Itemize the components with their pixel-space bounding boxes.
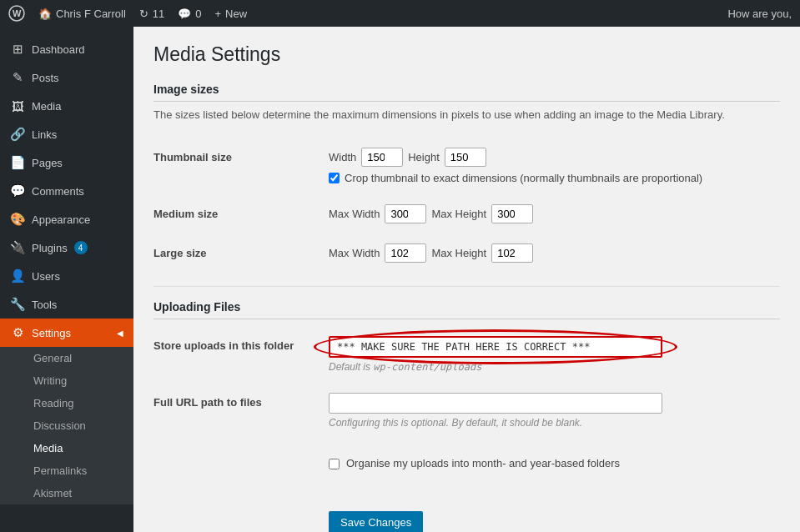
store-label: Store uploads in this folder: [153, 326, 329, 383]
medium-maxheight-label: Max Height: [431, 208, 486, 220]
sidebar-label-plugins: Plugins: [32, 242, 68, 254]
submenu-akismet[interactable]: Akismet: [0, 482, 133, 504]
full-url-label: Full URL path to files: [153, 383, 329, 439]
submenu-discussion[interactable]: Discussion: [0, 414, 133, 437]
sidebar-item-plugins[interactable]: 🔌 Plugins 4: [0, 233, 133, 262]
page-title: Media Settings: [153, 43, 780, 66]
pages-icon: 📄: [10, 155, 25, 170]
sidebar-label-posts: Posts: [32, 72, 59, 84]
sidebar-label-comments: Comments: [32, 185, 84, 198]
submenu-writing[interactable]: Writing: [0, 369, 133, 392]
sidebar-label-links: Links: [32, 128, 57, 141]
wp-logo-link[interactable]: W: [8, 5, 25, 22]
settings-submenu: General Writing Reading Discussion Media…: [0, 347, 133, 504]
organise-label: Organise my uploads into month- and year…: [346, 457, 620, 469]
greeting-text: How are you,: [727, 8, 792, 20]
crop-checkbox[interactable]: [329, 173, 340, 183]
site-name: Chris F Carroll: [56, 8, 126, 20]
submenu-reading[interactable]: Reading: [0, 392, 133, 414]
sidebar-item-links[interactable]: 🔗 Links: [0, 120, 133, 148]
store-input-wrapper: [329, 336, 662, 358]
new-content-link[interactable]: + New: [215, 8, 248, 20]
sidebar-item-users[interactable]: 👤 Users: [0, 262, 133, 290]
save-button[interactable]: Save Changes: [329, 511, 423, 532]
image-sizes-description: The sizes listed below determine the max…: [153, 108, 780, 121]
sidebar-item-media[interactable]: 🖼 Media: [0, 92, 133, 120]
section-divider: [153, 286, 780, 287]
home-icon: 🏠: [38, 8, 52, 20]
medium-maxwidth-label: Max Width: [329, 208, 380, 220]
comments-count: 0: [195, 8, 201, 20]
sidebar-item-posts[interactable]: ✎ Posts: [0, 63, 133, 92]
sidebar: ⊞ Dashboard ✎ Posts 🖼 Media 🔗 Links 📄 Pa…: [0, 27, 133, 532]
image-sizes-heading: Image sizes: [153, 83, 780, 102]
full-url-input[interactable]: [329, 393, 662, 414]
settings-table: Thumbnail size Width Height Crop thumbna…: [153, 138, 780, 273]
dashboard-icon: ⊞: [10, 42, 25, 57]
store-uploads-row: Store uploads in this folder Default is …: [153, 326, 780, 383]
sidebar-item-comments[interactable]: 💬 Comments: [0, 177, 133, 205]
organise-row: Organise my uploads into month- and year…: [153, 439, 780, 488]
thumbnail-label: Thumbnail size: [153, 138, 329, 194]
links-icon: 🔗: [10, 127, 25, 142]
plugins-icon: 🔌: [10, 240, 25, 255]
posts-icon: ✎: [10, 70, 25, 85]
svg-text:W: W: [13, 8, 22, 18]
settings-arrow-icon: ◀: [117, 329, 123, 338]
medium-row: Medium size Max Width Max Height: [153, 194, 780, 233]
save-th: [153, 488, 329, 532]
updates-count: 11: [153, 8, 164, 20]
thumbnail-width-input[interactable]: [361, 148, 403, 167]
settings-icon: ⚙: [10, 325, 25, 340]
comments-link[interactable]: 💬 0: [178, 8, 201, 20]
submenu-media[interactable]: Media: [0, 437, 133, 459]
site-name-link[interactable]: 🏠 Chris F Carroll: [38, 8, 126, 20]
thumbnail-height-label: Height: [408, 151, 440, 163]
crop-label: Crop thumbnail to exact dimensions (norm…: [345, 172, 702, 184]
sidebar-label-settings: Settings: [32, 327, 71, 339]
large-maxheight-input[interactable]: [491, 243, 533, 263]
sidebar-item-appearance[interactable]: 🎨 Appearance: [0, 205, 133, 233]
medium-label: Medium size: [153, 194, 329, 233]
large-label: Large size: [153, 233, 329, 273]
uploading-table: Store uploads in this folder Default is …: [153, 326, 780, 532]
large-inputs: Max Width Max Height: [329, 233, 780, 273]
uploading-heading: Uploading Files: [153, 300, 780, 319]
comments-icon: 💬: [178, 8, 191, 20]
large-maxwidth-input[interactable]: [385, 243, 426, 263]
sidebar-item-dashboard[interactable]: ⊞ Dashboard: [0, 35, 133, 63]
thumbnail-inputs: Width Height Crop thumbnail to exact dim…: [329, 138, 780, 194]
media-icon: 🖼: [10, 98, 25, 113]
plugins-badge: 4: [74, 241, 88, 254]
large-row: Large size Max Width Max Height: [153, 233, 780, 273]
full-url-row: Full URL path to files Configuring this …: [153, 383, 780, 439]
sidebar-label-pages: Pages: [32, 157, 63, 169]
sidebar-item-pages[interactable]: 📄 Pages: [0, 148, 133, 177]
medium-maxwidth-input[interactable]: [385, 204, 426, 223]
main-content: Media Settings Image sizes The sizes lis…: [133, 27, 800, 532]
updates-link[interactable]: ↻ 11: [139, 8, 164, 20]
sidebar-item-tools[interactable]: 🔧 Tools: [0, 290, 133, 319]
admin-bar: W 🏠 Chris F Carroll ↻ 11 💬 0 + New How a…: [0, 0, 800, 27]
plus-icon: +: [215, 8, 222, 20]
sidebar-item-settings[interactable]: ⚙ Settings ◀: [0, 319, 133, 347]
organise-checkbox[interactable]: [329, 459, 340, 469]
organise-cell: Organise my uploads into month- and year…: [329, 439, 780, 488]
sidebar-label-users: Users: [32, 270, 60, 283]
comments-nav-icon: 💬: [10, 183, 25, 198]
save-cell: Save Changes: [329, 488, 780, 532]
sidebar-label-appearance: Appearance: [32, 213, 90, 226]
users-icon: 👤: [10, 269, 25, 284]
submenu-general[interactable]: General: [0, 347, 133, 369]
sidebar-label-tools: Tools: [32, 299, 57, 311]
thumbnail-width-label: Width: [329, 151, 356, 163]
medium-inputs: Max Width Max Height: [329, 194, 780, 233]
thumbnail-height-input[interactable]: [445, 148, 486, 167]
large-maxheight-label: Max Height: [431, 247, 486, 259]
large-maxwidth-label: Max Width: [329, 247, 380, 259]
medium-maxheight-input[interactable]: [491, 204, 533, 223]
sidebar-label-dashboard: Dashboard: [32, 43, 85, 56]
sidebar-label-media: Media: [32, 100, 61, 113]
submenu-permalinks[interactable]: Permalinks: [0, 459, 133, 482]
store-uploads-input[interactable]: [329, 336, 662, 358]
